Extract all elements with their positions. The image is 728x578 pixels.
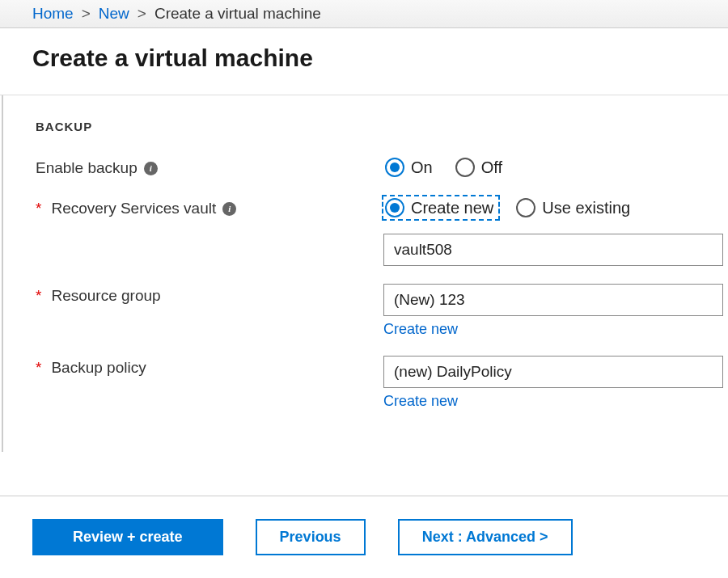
row-enable-backup: Enable backup i On Off (36, 156, 728, 179)
wizard-footer: Review + create Previous Next : Advanced… (0, 496, 728, 578)
required-asterisk: * (36, 287, 41, 305)
breadcrumb: Home > New > Create a virtual machine (32, 5, 712, 23)
page-header: Create a virtual machine (0, 28, 728, 95)
radio-group-recovery-vault: Create new Use existing (383, 196, 728, 219)
chevron-right-icon: > (82, 5, 91, 23)
radio-vault-create-new[interactable]: Create new (383, 196, 498, 219)
radio-vault-use-existing[interactable]: Use existing (514, 196, 635, 219)
breadcrumb-current: Create a virtual machine (154, 5, 321, 23)
label-backup-policy: * Backup policy (36, 356, 383, 377)
row-recovery-vault: * Recovery Services vault i Create new U… (36, 196, 728, 266)
review-create-button[interactable]: Review + create (32, 519, 223, 555)
previous-button[interactable]: Previous (256, 519, 366, 555)
chevron-right-icon: > (138, 5, 146, 23)
row-backup-policy: * Backup policy Create new (36, 356, 728, 410)
radio-backup-off[interactable]: Off (454, 156, 507, 179)
label-resource-group: * Resource group (36, 284, 383, 305)
resource-group-input[interactable] (383, 284, 723, 316)
radio-icon (385, 158, 404, 177)
breadcrumb-home[interactable]: Home (32, 5, 74, 23)
label-enable-backup: Enable backup i (36, 156, 383, 177)
page-title: Create a virtual machine (32, 44, 696, 72)
backup-policy-input[interactable] (383, 356, 723, 388)
radio-icon (516, 198, 535, 217)
info-icon[interactable]: i (222, 202, 236, 216)
label-recovery-vault: * Recovery Services vault i (36, 196, 383, 217)
info-icon[interactable]: i (144, 162, 158, 175)
vault-name-input[interactable] (383, 234, 723, 266)
breadcrumb-new[interactable]: New (99, 5, 129, 23)
radio-backup-on[interactable]: On (383, 156, 438, 179)
breadcrumb-bar: Home > New > Create a virtual machine (0, 0, 728, 28)
section-label-backup: BACKUP (36, 120, 728, 133)
required-asterisk: * (36, 359, 41, 377)
backup-policy-create-new-link[interactable]: Create new (383, 393, 458, 410)
row-resource-group: * Resource group Create new (36, 284, 728, 338)
next-advanced-button[interactable]: Next : Advanced > (398, 519, 573, 555)
radio-group-enable-backup: On Off (383, 156, 728, 179)
required-asterisk: * (36, 200, 41, 217)
radio-icon (385, 198, 404, 217)
radio-icon (455, 158, 475, 177)
form-content: BACKUP Enable backup i On Off * Recovery… (2, 95, 728, 452)
resource-group-create-new-link[interactable]: Create new (383, 321, 458, 338)
